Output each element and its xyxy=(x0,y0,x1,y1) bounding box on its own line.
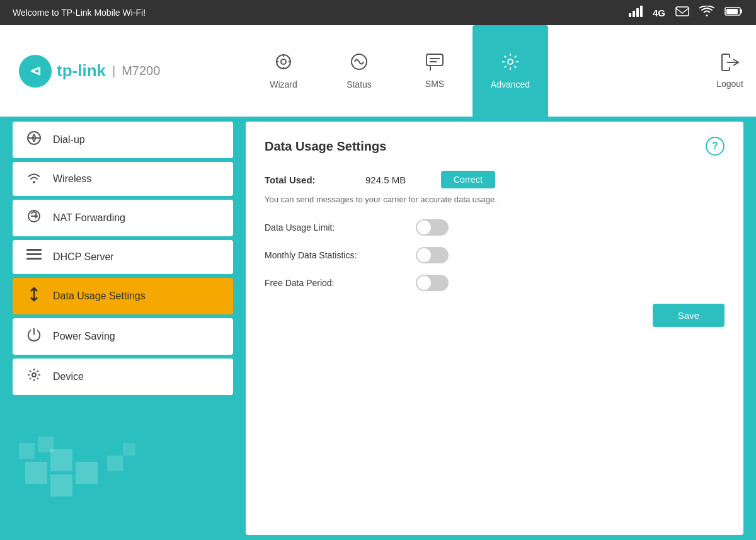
svg-point-16 xyxy=(508,59,513,64)
status-bar: Welcome to TP-Link Mobile Wi-Fi! 4G xyxy=(0,0,756,25)
data-usage-limit-label: Data Usage Limit: xyxy=(265,222,403,233)
dhcp-icon xyxy=(25,249,43,265)
tab-wizard-label: Wizard xyxy=(270,79,297,89)
sidebar-item-wireless-label: Wireless xyxy=(53,173,91,185)
main-content: Dial-up Wireless NAT Forwa xyxy=(0,117,756,540)
wifi-icon xyxy=(699,6,714,20)
sms-icon xyxy=(425,53,444,75)
sidebar-item-dial-up[interactable]: Dial-up xyxy=(13,122,233,158)
sidebar-item-dhcp-label: DHCP Server xyxy=(53,251,114,263)
content-panel: Data Usage Settings ? Total Used: 924.5 … xyxy=(246,122,743,535)
save-button[interactable]: Save xyxy=(653,304,724,327)
tab-advanced[interactable]: Advanced xyxy=(472,25,548,117)
mail-icon xyxy=(675,6,689,19)
correct-button[interactable]: Correct xyxy=(441,171,495,188)
svg-rect-13 xyxy=(427,54,443,66)
tab-sms-label: SMS xyxy=(425,79,444,89)
sidebar-item-device-label: Device xyxy=(53,371,84,382)
tab-sms[interactable]: SMS xyxy=(397,25,472,117)
dial-up-icon xyxy=(25,130,43,149)
toggle-knob-2 xyxy=(417,248,431,262)
battery-icon xyxy=(724,6,743,19)
total-used-row: Total Used: 924.5 MB Correct xyxy=(265,171,724,188)
sidebar-item-dhcp[interactable]: DHCP Server xyxy=(13,240,233,274)
tab-status-label: Status xyxy=(346,79,372,89)
help-icon[interactable]: ? xyxy=(706,137,724,156)
sidebar-item-nat[interactable]: NAT Forwarding xyxy=(13,200,233,236)
free-data-label: Free Data Period: xyxy=(265,278,403,288)
hint-text: You can send messages to your carrier fo… xyxy=(265,195,724,204)
total-used-value: 924.5 MB xyxy=(365,175,428,185)
tplink-logo: ⊲ tp-link | M7200 xyxy=(19,55,160,88)
header: ⊲ tp-link | M7200 Wizard xyxy=(0,25,756,117)
monthly-data-toggle[interactable] xyxy=(416,247,449,263)
svg-rect-4 xyxy=(676,7,689,16)
data-usage-limit-toggle[interactable] xyxy=(416,219,449,236)
logout-icon xyxy=(721,53,740,76)
free-data-toggle[interactable] xyxy=(416,275,449,291)
tp-link-symbol: ⊲ xyxy=(19,55,52,88)
sidebar-item-power-label: Power Saving xyxy=(53,331,115,342)
svg-rect-2 xyxy=(636,8,639,17)
sidebar-item-data-usage-label: Data Usage Settings xyxy=(53,290,146,302)
svg-point-10 xyxy=(277,55,290,69)
svg-rect-3 xyxy=(640,6,643,17)
status-bar-icons: 4G xyxy=(629,6,743,20)
panel-title: Data Usage Settings ? xyxy=(265,137,724,156)
status-bar-title: Welcome to TP-Link Mobile Wi-Fi! xyxy=(13,8,146,18)
svg-rect-1 xyxy=(633,11,635,17)
brand-name: tp-link xyxy=(57,61,106,81)
sidebar-item-device[interactable]: Device xyxy=(13,359,233,395)
sidebar-item-dial-up-label: Dial-up xyxy=(53,134,85,146)
save-btn-row: Save xyxy=(265,304,724,327)
svg-rect-23 xyxy=(26,253,42,255)
data-usage-icon xyxy=(25,287,43,306)
svg-rect-24 xyxy=(26,258,42,260)
sidebar: Dial-up Wireless NAT Forwa xyxy=(0,117,246,540)
model-name: M7200 xyxy=(122,64,160,78)
free-data-row: Free Data Period: xyxy=(265,275,724,291)
tab-wizard[interactable]: Wizard xyxy=(246,25,321,117)
monthly-data-label: Monthly Data Statistics: xyxy=(265,250,403,260)
toggle-knob xyxy=(417,221,431,234)
panel-title-text: Data Usage Settings xyxy=(265,139,386,154)
sidebar-item-wireless[interactable]: Wireless xyxy=(13,162,233,196)
total-used-label: Total Used: xyxy=(265,175,353,185)
device-icon xyxy=(25,367,43,386)
data-usage-limit-row: Data Usage Limit: xyxy=(265,219,724,236)
sidebar-item-power-saving[interactable]: Power Saving xyxy=(13,318,233,355)
wireless-icon xyxy=(25,171,43,187)
advanced-icon xyxy=(501,52,520,76)
logout-button[interactable]: Logout xyxy=(716,53,743,89)
logout-label: Logout xyxy=(716,79,743,89)
svg-rect-7 xyxy=(726,9,738,14)
network-type: 4G xyxy=(653,8,665,18)
svg-point-11 xyxy=(281,59,286,64)
nav-tabs: Wizard Status SMS xyxy=(246,25,716,117)
nav-right: Logout xyxy=(716,25,756,117)
monthly-data-row: Monthly Data Statistics: xyxy=(265,247,724,263)
logo-area: ⊲ tp-link | M7200 xyxy=(0,25,246,117)
tab-advanced-label: Advanced xyxy=(491,79,530,89)
sidebar-item-nat-label: NAT Forwarding xyxy=(53,212,125,224)
svg-point-20 xyxy=(33,181,35,183)
wizard-icon xyxy=(274,52,293,76)
sidebar-item-data-usage[interactable]: Data Usage Settings xyxy=(13,278,233,314)
brand-separator: | xyxy=(112,64,115,78)
signal-icon xyxy=(629,6,643,20)
toggle-knob-3 xyxy=(417,276,431,290)
power-saving-icon xyxy=(25,327,43,346)
nat-icon xyxy=(25,209,43,227)
svg-rect-22 xyxy=(26,249,42,251)
svg-rect-6 xyxy=(740,9,742,13)
svg-point-26 xyxy=(32,373,36,377)
tab-status[interactable]: Status xyxy=(321,25,397,117)
svg-rect-0 xyxy=(629,13,631,17)
status-icon xyxy=(350,52,369,76)
svg-text:⊲: ⊲ xyxy=(30,63,41,79)
